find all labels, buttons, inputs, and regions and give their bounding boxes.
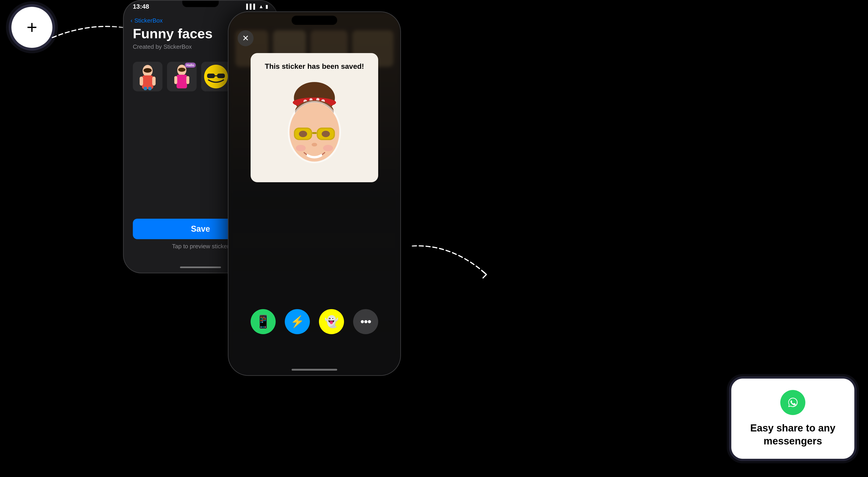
- close-button[interactable]: ✕: [238, 30, 254, 46]
- status-bar-left: 13:48 ▌▌▌ ▲ ▮: [124, 3, 277, 10]
- share-card-text: Easy share to any messengers: [745, 421, 841, 447]
- dynamic-island: [291, 16, 337, 25]
- sticker-thumb-1[interactable]: [133, 62, 162, 91]
- sticker-thumb-3[interactable]: [201, 62, 231, 91]
- sticker-emoji-3-svg: [204, 64, 228, 89]
- signal-icon: ▌▌▌: [246, 4, 257, 9]
- plus-icon: +: [27, 18, 37, 36]
- messenger-share-button[interactable]: ⚡: [285, 309, 310, 334]
- whatsapp-share-button[interactable]: 📱: [251, 309, 276, 334]
- svg-rect-5: [144, 87, 147, 90]
- arrow-left-dashed: [50, 19, 132, 42]
- wifi-icon: ▲: [258, 4, 264, 9]
- snapchat-share-button[interactable]: 👻: [319, 309, 344, 334]
- back-arrow-icon: ‹: [130, 17, 132, 24]
- sticker-face-preview: [267, 77, 362, 173]
- save-label: Save: [191, 224, 210, 234]
- svg-point-33: [296, 145, 306, 151]
- status-time-left: 13:48: [133, 3, 149, 10]
- close-icon: ✕: [242, 33, 249, 43]
- whatsapp-logo-icon: [780, 390, 805, 415]
- svg-rect-1: [142, 75, 153, 89]
- whatsapp-share-card: Easy share to any messengers: [731, 379, 854, 459]
- svg-point-34: [323, 145, 333, 151]
- whatsapp-icon-small: 📱: [255, 314, 271, 329]
- svg-point-31: [322, 131, 330, 137]
- svg-point-32: [312, 143, 317, 147]
- sticker-thumb-2[interactable]: Hallo: [167, 62, 196, 91]
- svg-rect-10: [174, 76, 177, 84]
- phone-right: ✕ This sticker has been saved!: [228, 11, 401, 376]
- back-label: StickerBox: [134, 17, 163, 24]
- svg-rect-11: [186, 76, 189, 84]
- svg-rect-8: [177, 75, 187, 88]
- svg-rect-13: [207, 73, 215, 78]
- svg-point-30: [299, 131, 307, 137]
- arrow-right-dashed: [405, 239, 492, 285]
- svg-point-36: [786, 396, 800, 409]
- messenger-buttons-row: 📱 ⚡ 👻 •••: [228, 309, 400, 334]
- svg-rect-4: [152, 76, 156, 86]
- snapchat-icon-small: 👻: [324, 315, 339, 328]
- whatsapp-svg-icon: [785, 395, 800, 410]
- more-share-button[interactable]: •••: [353, 309, 378, 334]
- sticker-saved-card: This sticker has been saved!: [251, 53, 378, 182]
- home-indicator-left: [180, 266, 221, 268]
- home-indicator-right: [291, 369, 337, 371]
- battery-icon: ▮: [266, 4, 268, 9]
- messenger-icon-small: ⚡: [290, 315, 304, 328]
- back-navigation[interactable]: ‹ StickerBox: [130, 17, 163, 24]
- svg-rect-6: [148, 87, 152, 90]
- sticker-face-svg: [271, 80, 358, 171]
- svg-point-9: [178, 68, 185, 72]
- svg-rect-14: [217, 73, 225, 78]
- svg-point-2: [144, 68, 152, 73]
- more-icon: •••: [361, 315, 371, 328]
- svg-rect-27: [312, 132, 317, 134]
- svg-rect-15: [215, 75, 217, 76]
- add-sticker-button[interactable]: +: [11, 7, 53, 48]
- status-icons-left: ▌▌▌ ▲ ▮: [246, 3, 268, 10]
- sticker-face-1-svg: [137, 63, 158, 90]
- sticker-saved-title: This sticker has been saved!: [265, 62, 364, 71]
- svg-rect-3: [140, 76, 143, 86]
